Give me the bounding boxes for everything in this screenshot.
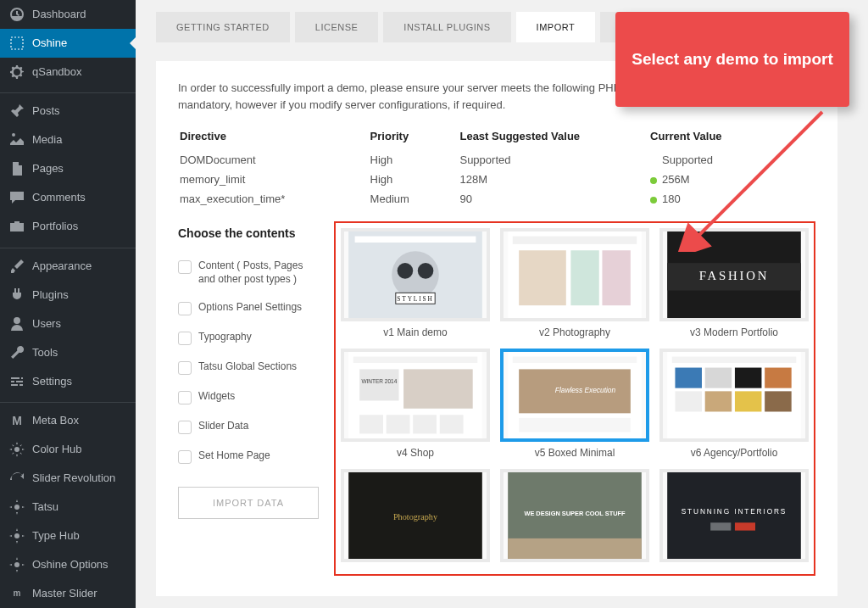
demo-thumbnail: WINTER 2014 [341,349,490,442]
svg-point-9 [418,263,434,279]
sidebar-item-metabox[interactable]: M Meta Box [0,406,136,435]
svg-text:Flawless Execution: Flawless Execution [555,386,616,394]
checkbox-row[interactable]: Typography [178,323,319,353]
sidebar-item-label: Pages [32,161,64,176]
pushpin-icon [8,103,25,120]
pages-icon [8,160,25,177]
demo-card[interactable]: v2 Photography [500,228,649,340]
svg-rect-0 [11,37,23,49]
import-data-button[interactable]: IMPORT DATA [178,487,319,519]
table-row: memory_limit High 128M 256M [180,170,814,188]
sidebar-item-colorhub[interactable]: Color Hub [0,435,136,464]
sidebar-item-media[interactable]: Media [0,126,136,154]
sidebar-item-label: Oshine [32,36,67,51]
checkbox-icon [178,421,192,434]
demo-thumbnail: STUNNING INTERIORS [659,469,809,562]
sidebar-item-appearance[interactable]: Appearance [0,252,136,281]
tab-import[interactable]: IMPORT [516,12,596,42]
sidebar-item-settings[interactable]: Settings [0,367,136,396]
sidebar-item-plugins[interactable]: Plugins [0,281,136,310]
sidebar-item-masterslider[interactable]: m Master Slider [0,579,136,608]
checkbox-icon [178,361,192,375]
sidebar-item-tatsu[interactable]: Tatsu [0,493,136,522]
gear-icon [8,64,25,81]
demo-thumbnail [500,228,649,321]
svg-rect-6 [355,237,476,243]
sidebar-item-portfolios[interactable]: Portfolios [0,212,136,241]
sidebar-item-label: Appearance [32,259,92,274]
cell-suggested: 90 [459,190,648,208]
checkbox-row[interactable]: Tatsu Global Sections [178,353,319,382]
svg-rect-36 [675,368,702,388]
callout-select-demo: Select any demo to import [615,12,849,107]
sidebar-item-label: Dashboard [32,7,86,22]
checkbox-icon [178,332,192,345]
cell-priority: Medium [370,190,459,208]
oshine-icon [8,35,25,52]
cell-priority: High [370,170,459,188]
demo-card[interactable]: WE DESIGN SUPER COOL STUFF [500,469,649,569]
demo-card[interactable]: v6 Agency/Portfolio [659,349,809,460]
svg-rect-16 [602,250,630,305]
checkbox-label: Typography [198,331,252,344]
tab-license[interactable]: LICENSE [295,12,379,42]
svg-rect-33 [519,418,631,432]
checkbox-label: Content ( Posts, Pages and other post ty… [198,259,319,286]
sidebar-item-label: Tools [32,345,58,360]
sidebar-item-qsandbox[interactable]: qSandbox [0,58,136,86]
demo-thumbnail: WE DESIGN SUPER COOL STUFF [500,469,649,562]
demo-card[interactable]: Flawless Execution v5 Boxed Minimal [500,349,649,460]
tab-getting-started[interactable]: GETTING STARTED [156,12,290,42]
sidebar-item-dashboard[interactable]: Dashboard [0,0,136,29]
checkbox-icon [178,391,192,404]
svg-text:STUNNING INTERIORS: STUNNING INTERIORS [682,507,787,516]
svg-point-2 [14,505,19,510]
sidebar-item-oshine[interactable]: Oshine [0,29,136,58]
table-row: max_execution_time* Medium 90 180 [180,190,814,208]
checkbox-row[interactable]: Slider Data [178,412,319,442]
sidebar-item-users[interactable]: Users [0,310,136,338]
checkbox-row[interactable]: Options Panel Settings [178,293,319,323]
svg-rect-30 [513,357,637,363]
sidebar-item-label: Comments [32,190,86,205]
sidebar-item-typehub[interactable]: Type Hub [0,522,136,550]
svg-rect-25 [359,415,383,433]
cell-directive: DOMDocument [180,151,369,169]
checkbox-row[interactable]: Set Home Page [178,442,319,471]
sidebar-item-tools[interactable]: Tools [0,338,136,367]
cell-current: 180 [650,190,814,208]
wrench-icon [8,344,25,361]
choose-panel: Choose the contents Content ( Posts, Pag… [178,226,319,576]
demo-card[interactable]: FASHION v3 Modern Portfolio [659,228,809,340]
checkbox-row[interactable]: Content ( Posts, Pages and other post ty… [178,252,319,293]
sidebar-item-label: Posts [32,103,60,119]
svg-rect-39 [765,368,792,388]
demo-card[interactable]: WINTER 2014 v4 Shop [341,349,490,460]
dashboard-icon [8,6,25,23]
demo-grid: STYLISH v1 Main demo v2 Photography FASH… [341,228,809,569]
svg-rect-22 [359,369,398,400]
col-current: Current Value [650,130,814,149]
sidebar-item-label: Tatsu [32,499,58,515]
sidebar-item-posts[interactable]: Posts [0,97,136,126]
checkbox-row[interactable]: Widgets [178,382,319,412]
sidebar-item-comments[interactable]: Comments [0,183,136,212]
demo-label: v1 Main demo [341,321,490,340]
demo-card[interactable]: Photography [341,469,490,569]
svg-rect-21 [353,357,478,363]
tab-install-plugins[interactable]: INSTALL PLUGINS [383,12,510,42]
sidebar-item-label: Master Slider [32,586,97,601]
demo-card[interactable]: STUNNING INTERIORS [659,469,809,569]
svg-rect-28 [440,415,464,433]
letter-m-icon: M [8,412,25,429]
sidebar-separator [0,244,136,248]
sidebar-item-sliderrev[interactable]: Slider Revolution [0,464,136,493]
demo-thumbnail [659,349,809,442]
checkbox-icon [178,450,192,464]
sidebar-item-oshineoptions[interactable]: Oshine Options [0,550,136,579]
sidebar-item-label: Oshine Options [32,557,108,572]
sidebar-item-pages[interactable]: Pages [0,154,136,183]
svg-text:STYLISH: STYLISH [397,295,433,303]
comments-icon [8,189,25,206]
demo-card[interactable]: STYLISH v1 Main demo [341,228,490,340]
